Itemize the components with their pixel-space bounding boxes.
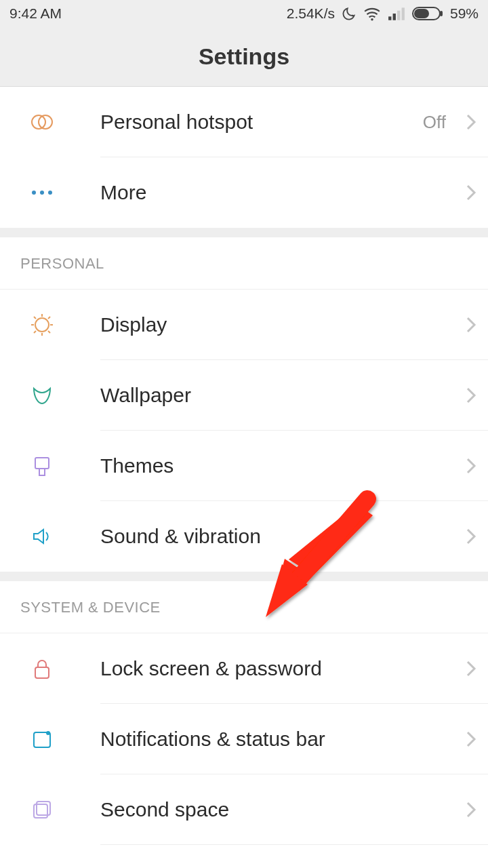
status-indicators: 2.54K/s 59% xyxy=(287,5,479,22)
row-label: Display xyxy=(100,313,454,336)
chevron-right-icon xyxy=(454,316,488,334)
row-label: Themes xyxy=(100,454,454,477)
separator xyxy=(0,572,488,581)
row-themes[interactable]: Themes xyxy=(0,431,488,501)
separator xyxy=(0,228,488,237)
display-icon xyxy=(20,313,100,337)
notifications-icon xyxy=(20,727,100,751)
row-lock-screen-password[interactable]: Lock screen & password xyxy=(0,633,488,704)
row-second-space[interactable]: Second space xyxy=(0,774,488,845)
row-value: Off xyxy=(423,112,446,133)
second-space-icon xyxy=(20,797,100,822)
svg-point-11 xyxy=(40,191,44,195)
sound-icon xyxy=(20,524,100,549)
battery-icon xyxy=(412,6,443,21)
row-label: Notifications & status bar xyxy=(100,728,454,751)
wallpaper-icon xyxy=(20,383,100,408)
row-more[interactable]: More xyxy=(0,157,488,228)
chevron-right-icon xyxy=(454,387,488,404)
svg-point-10 xyxy=(32,191,36,195)
svg-rect-3 xyxy=(397,11,400,20)
page-title: Settings xyxy=(0,27,488,87)
svg-line-18 xyxy=(34,317,36,319)
row-personal-hotspot[interactable]: Personal hotspot Off xyxy=(0,87,488,157)
row-sound-vibration[interactable]: Sound & vibration xyxy=(0,501,488,572)
svg-line-20 xyxy=(34,331,36,333)
status-time: 9:42 AM xyxy=(9,5,287,22)
svg-rect-22 xyxy=(35,458,49,469)
svg-line-19 xyxy=(48,331,50,333)
svg-rect-24 xyxy=(35,667,49,678)
svg-rect-23 xyxy=(39,469,45,475)
row-label: Sound & vibration xyxy=(100,525,454,548)
svg-rect-6 xyxy=(440,11,443,16)
chevron-right-icon xyxy=(454,801,488,818)
signal-icon xyxy=(388,6,405,21)
hotspot-icon xyxy=(20,110,100,134)
more-icon xyxy=(20,190,100,195)
chevron-right-icon xyxy=(454,730,488,748)
chevron-right-icon xyxy=(454,184,488,201)
lock-icon xyxy=(20,656,100,681)
svg-point-0 xyxy=(371,18,373,20)
wifi-icon xyxy=(363,6,381,21)
section-header-system: SYSTEM & DEVICE xyxy=(0,581,488,633)
svg-rect-1 xyxy=(388,16,391,20)
row-display[interactable]: Display xyxy=(0,290,488,360)
svg-rect-7 xyxy=(414,9,429,18)
chevron-right-icon xyxy=(454,660,488,677)
themes-icon xyxy=(20,454,100,478)
svg-point-13 xyxy=(35,318,49,332)
chevron-right-icon xyxy=(454,113,488,131)
row-label: Lock screen & password xyxy=(100,657,454,680)
row-label: More xyxy=(100,181,454,204)
section-system-device: SYSTEM & DEVICE Lock screen & password N… xyxy=(0,581,488,868)
svg-line-21 xyxy=(48,317,50,319)
row-label: Personal hotspot xyxy=(100,111,423,134)
svg-point-26 xyxy=(46,731,50,735)
net-speed: 2.54K/s xyxy=(287,5,335,22)
row-label: Second space xyxy=(100,798,454,821)
battery-percent: 59% xyxy=(450,5,479,22)
chevron-right-icon xyxy=(454,457,488,475)
svg-rect-2 xyxy=(393,14,396,20)
section-header-personal: PERSONAL xyxy=(0,237,488,290)
row-label: Wallpaper xyxy=(100,384,454,407)
svg-rect-4 xyxy=(402,7,405,20)
row-wallpaper[interactable]: Wallpaper xyxy=(0,360,488,431)
section-personal: PERSONAL Display xyxy=(0,237,488,572)
status-bar: 9:42 AM 2.54K/s 59% xyxy=(0,0,488,27)
moon-icon xyxy=(342,6,357,21)
chevron-right-icon xyxy=(454,528,488,545)
section-network: Personal hotspot Off More xyxy=(0,87,488,228)
row-do-not-disturb[interactable]: Do not disturb xyxy=(0,845,488,868)
row-notifications-statusbar[interactable]: Notifications & status bar xyxy=(0,704,488,774)
svg-point-12 xyxy=(48,191,52,195)
